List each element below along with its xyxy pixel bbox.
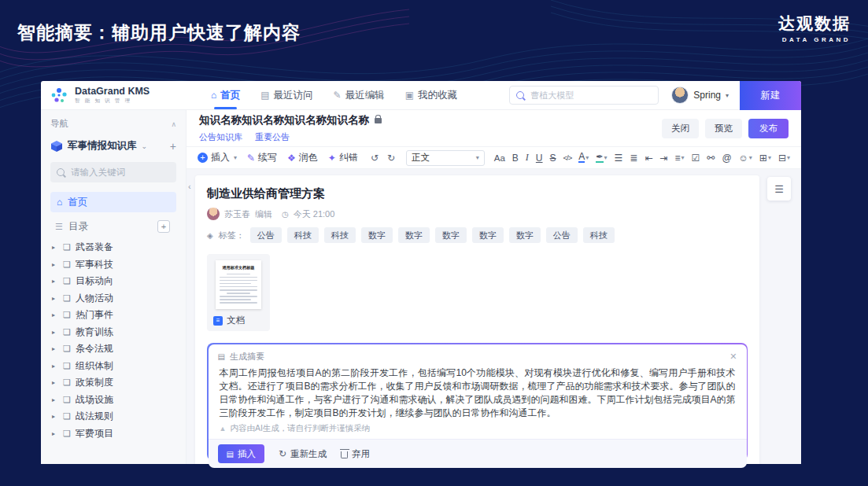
task-list-icon[interactable]: ☑: [692, 153, 700, 164]
chevron-up-icon[interactable]: ∧: [171, 120, 176, 128]
sidebar-tree-item[interactable]: ▸ ❏ 政策制度: [50, 374, 176, 392]
global-search[interactable]: [509, 86, 659, 105]
nav-item-label: 最近编辑: [345, 89, 385, 102]
caret-right-icon[interactable]: ▸: [52, 345, 58, 352]
add-knowledge-base-button[interactable]: +: [170, 140, 176, 153]
attachment-card[interactable]: 通用标准文档标题: [207, 254, 270, 331]
code-icon[interactable]: </>: [563, 153, 572, 162]
sidebar-tree-item[interactable]: ▸ ❏ 战场设施: [50, 392, 176, 409]
tag-chip[interactable]: 数字: [398, 227, 430, 243]
knowledge-base-selector[interactable]: 军事情报知识库 ⌄ +: [50, 139, 176, 153]
table-icon[interactable]: ⊞ ▾: [759, 153, 771, 164]
more-tools-icon[interactable]: ⊟ ▾: [778, 153, 790, 164]
collapse-panel-handle[interactable]: ‹: [188, 182, 191, 191]
sidebar-tree-item[interactable]: ▸ ❏ 战法规则: [50, 408, 176, 425]
outdent-icon[interactable]: ⇤: [645, 153, 652, 164]
mention-icon[interactable]: @: [722, 153, 731, 164]
book-icon: ❏: [63, 429, 71, 439]
knowledge-base-name: 军事情报知识库: [68, 139, 137, 153]
sidebar-tree-item[interactable]: ▸ ❏ 人物活动: [50, 290, 176, 307]
continue-writing-button[interactable]: ✎ 续写: [247, 151, 277, 164]
sidebar-tree-item-label: 军事科技: [76, 258, 113, 271]
caret-right-icon[interactable]: ▸: [52, 278, 58, 285]
emoji-icon[interactable]: ☺ ▾: [739, 153, 752, 164]
new-button[interactable]: 新建: [740, 81, 801, 110]
caret-right-icon[interactable]: ▸: [52, 295, 58, 302]
sidebar-item-home[interactable]: ⌂ 首页: [50, 192, 176, 212]
tag-chip[interactable]: 公告: [250, 227, 282, 243]
editor-paper[interactable]: 制造业供给商管理方案 苏玉春 编辑 ◷ 今天 21:00 ◈ 标签：: [195, 175, 759, 464]
sidebar-tree-item[interactable]: ▸ ❏ 军事科技: [50, 256, 176, 274]
book-icon: ❏: [63, 276, 71, 286]
user-avatar[interactable]: [671, 87, 689, 104]
underline-icon[interactable]: U: [536, 153, 543, 164]
proofread-button[interactable]: ✦ 纠错: [328, 151, 358, 164]
nav-item-recent-visits[interactable]: ▤ 最近访问: [260, 81, 312, 109]
bold-icon[interactable]: B: [512, 153, 519, 164]
sidebar-tree-item[interactable]: ▸ ❏ 热门事件: [50, 307, 176, 324]
user-menu[interactable]: Spring ▾: [671, 87, 729, 104]
sidebar-tree-item[interactable]: ▸ ❏ 教育训练: [50, 324, 176, 341]
indent-icon[interactable]: ⇥: [659, 153, 667, 164]
redo-icon[interactable]: ↻: [387, 153, 395, 164]
caret-right-icon[interactable]: ▸: [52, 430, 58, 437]
undo-icon[interactable]: ↺: [371, 153, 379, 164]
sidebar-tree-item[interactable]: ▸ ❏ 目标动向: [50, 273, 176, 290]
sidebar-search-input[interactable]: [69, 167, 170, 178]
sidebar-search[interactable]: [50, 162, 176, 182]
caret-right-icon[interactable]: ▸: [52, 261, 58, 268]
tag-chip[interactable]: 科技: [287, 227, 319, 243]
caret-right-icon[interactable]: ▸: [52, 363, 58, 370]
sidebar-tree-item[interactable]: ▸ ❏ 条令法规: [50, 341, 176, 358]
sidebar-item-directory[interactable]: ☰ 目录 +: [50, 217, 176, 236]
regenerate-button[interactable]: ↻ 重新生成: [279, 448, 327, 460]
insert-menu-button[interactable]: + 插入 ▾: [198, 151, 237, 164]
publish-button[interactable]: 发布: [748, 119, 789, 138]
font-color-icon[interactable]: A ▾: [578, 153, 589, 163]
tag-chip[interactable]: 科技: [324, 227, 356, 243]
caret-right-icon[interactable]: ▸: [52, 396, 58, 403]
caret-right-icon[interactable]: ▸: [52, 311, 58, 318]
highlight-icon[interactable]: ✒ ▾: [596, 153, 607, 163]
add-directory-button[interactable]: +: [157, 220, 170, 233]
preview-button[interactable]: 预览: [705, 119, 742, 138]
outline-button[interactable]: ☰: [767, 177, 791, 201]
tag-chip[interactable]: 数字: [361, 227, 393, 243]
app-logo[interactable]: DataGrand KMS 智 能 知 识 管 理: [41, 85, 176, 105]
summary-note-icon: ▤: [218, 352, 225, 361]
caret-right-icon[interactable]: ▸: [52, 379, 58, 386]
nav-item-label: 我的收藏: [418, 89, 457, 102]
tag-chip[interactable]: 数字: [509, 227, 541, 243]
nav-item-home[interactable]: ⌂ 首页: [211, 81, 240, 109]
sidebar-tree-item-label: 政策制度: [76, 376, 113, 389]
paragraph-style-select[interactable]: 正文 ▾: [406, 150, 485, 166]
global-search-input[interactable]: [529, 90, 652, 101]
sidebar-tree-item[interactable]: ▸ ❏ 组织体制: [50, 358, 176, 375]
caret-right-icon[interactable]: ▸: [52, 329, 58, 336]
sidebar-tree-item[interactable]: ▸ ❏ 武器装备: [50, 239, 176, 256]
close-icon[interactable]: ✕: [729, 352, 737, 362]
tag-chip[interactable]: 数字: [472, 227, 504, 243]
breadcrumb-tab-important-announcement[interactable]: 重要公告: [255, 131, 290, 143]
unordered-list-icon[interactable]: ≣: [630, 153, 637, 164]
tag-chip[interactable]: 科技: [583, 227, 615, 243]
tag-chip[interactable]: 数字: [435, 227, 467, 243]
align-icon[interactable]: ≡ ▾: [675, 153, 685, 164]
italic-icon[interactable]: I: [526, 152, 529, 164]
app-body: 导航 ∧ 军事情报知识库 ⌄ +: [41, 110, 801, 464]
tag-chip[interactable]: 公告: [546, 227, 578, 243]
font-size-icon[interactable]: Aa: [494, 153, 505, 163]
link-icon[interactable]: ⚯: [707, 153, 715, 164]
caret-right-icon[interactable]: ▸: [52, 244, 58, 251]
sidebar-tree-item[interactable]: ▸ ❏ 军费项目: [50, 425, 176, 443]
polish-button[interactable]: ❖ 润色: [287, 151, 318, 164]
strikethrough-icon[interactable]: S: [550, 153, 556, 164]
caret-right-icon[interactable]: ▸: [52, 413, 58, 420]
discard-button[interactable]: 弃用: [341, 448, 370, 460]
nav-item-recent-edits[interactable]: ✎ 最近编辑: [334, 81, 385, 109]
ordered-list-icon[interactable]: ☰: [615, 153, 623, 164]
insert-summary-button[interactable]: ▤ 插入: [218, 444, 264, 463]
nav-item-favorites[interactable]: ▣ 我的收藏: [405, 81, 457, 109]
breadcrumb-tab-announcement-kb[interactable]: 公告知识库: [199, 131, 242, 143]
close-doc-button[interactable]: 关闭: [662, 119, 699, 138]
